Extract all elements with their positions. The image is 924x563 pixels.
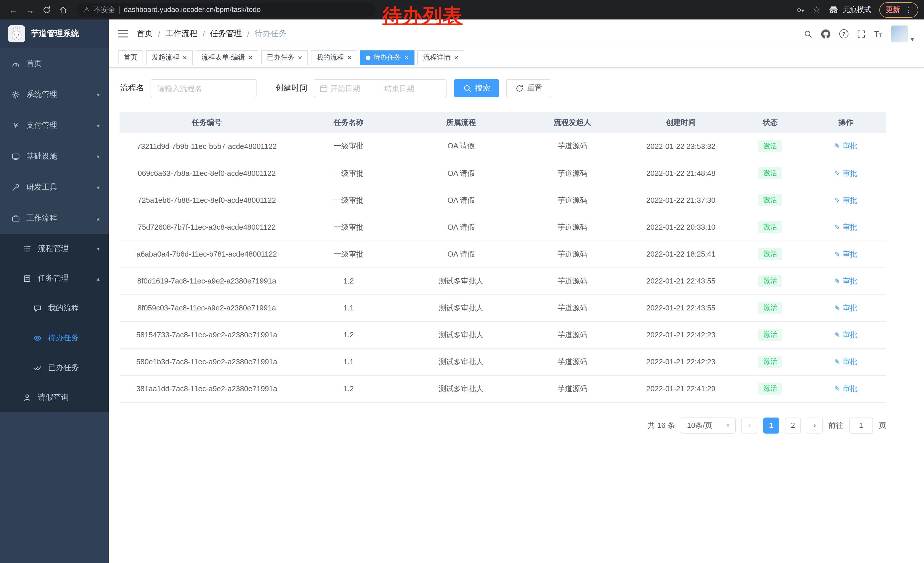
breadcrumb: 首页 / 工作流程 / 任务管理 / 待办任务: [137, 29, 286, 39]
process-starter: 芋道源码: [518, 348, 627, 375]
sidebar-item-workflow[interactable]: 工作流程 ▴: [0, 203, 109, 234]
breadcrumb-task-mgmt[interactable]: 任务管理: [210, 29, 242, 39]
sidebar-item-system-mgmt[interactable]: 系统管理 ▾: [0, 79, 109, 110]
page-button-1[interactable]: 1: [763, 417, 779, 433]
kebab-menu-icon[interactable]: ⋮: [904, 6, 912, 14]
sidebar-item-payment-mgmt[interactable]: ¥ 支付管理 ▾: [0, 110, 109, 141]
main-area: 首页 / 工作流程 / 任务管理 / 待办任务 ?: [109, 20, 924, 563]
close-icon[interactable]: ×: [405, 54, 409, 61]
sidebar-item-leave-query[interactable]: 请假查询: [0, 383, 109, 412]
date-range-picker[interactable]: -: [314, 79, 447, 98]
sidebar: 芋道管理系统 首页 系统管理 ▾ ¥ 支付管理 ▾ 基础设施 ▾: [0, 20, 109, 563]
page-button-2[interactable]: 2: [785, 417, 801, 433]
status-cell: 激活: [735, 375, 806, 402]
approve-link[interactable]: ✎审批: [834, 357, 857, 367]
sidebar-item-infrastructure[interactable]: 基础设施 ▾: [0, 141, 109, 172]
task-name: 一级审批: [293, 187, 404, 214]
browser-update-button[interactable]: 更新 ⋮: [879, 2, 918, 18]
github-icon[interactable]: [821, 29, 831, 39]
security-label: 不安全: [94, 5, 116, 15]
approve-link[interactable]: ✎审批: [834, 222, 857, 232]
process-name: OA 请假: [404, 187, 518, 214]
update-label: 更新: [886, 5, 900, 15]
sidebar-item-home[interactable]: 首页: [0, 48, 109, 79]
sidebar-item-label: 我的流程: [48, 303, 79, 313]
address-bar[interactable]: ⚠ 不安全 dashboard.yudao.iocoder.cn/bpm/tas…: [77, 3, 375, 17]
search-button[interactable]: 搜索: [454, 79, 499, 98]
process-starter: 芋道源码: [518, 267, 627, 294]
task-id: 73211d9d-7b9b-11ec-b5b7-acde48001122: [120, 133, 293, 160]
tab-form-edit[interactable]: 流程表单-编辑×: [195, 50, 258, 65]
approve-link[interactable]: ✎审批: [834, 195, 857, 205]
col-create-time: 创建时间: [627, 112, 735, 133]
bookmark-star-icon[interactable]: ☆: [813, 5, 820, 15]
approve-link[interactable]: ✎审批: [834, 303, 857, 313]
status-badge: 激活: [758, 275, 782, 287]
status-cell: 激活: [735, 187, 806, 214]
sidebar-item-label: 任务管理: [38, 273, 69, 284]
sidebar-item-todo-tasks[interactable]: 待办任务: [0, 323, 109, 353]
goto-page-input[interactable]: [849, 417, 873, 433]
sidebar-item-process-mgmt[interactable]: 流程管理 ▾: [0, 234, 109, 263]
sidebar-item-done-tasks[interactable]: 已办任务: [0, 353, 109, 383]
approve-link[interactable]: ✎审批: [834, 330, 857, 340]
prev-page-button[interactable]: ‹: [741, 417, 758, 433]
browser-back-button[interactable]: ←: [6, 2, 21, 18]
close-icon[interactable]: ×: [248, 54, 252, 61]
close-icon[interactable]: ×: [183, 54, 187, 61]
breadcrumb-separator: /: [248, 29, 250, 38]
sidebar-item-my-process[interactable]: 我的流程: [0, 293, 109, 323]
breadcrumb-home[interactable]: 首页: [137, 29, 153, 39]
sidebar-item-task-mgmt[interactable]: 任务管理 ▴: [0, 263, 109, 293]
tab-done-tasks[interactable]: 已办任务×: [261, 50, 308, 65]
process-starter: 芋道源码: [518, 240, 627, 267]
approve-link[interactable]: ✎审批: [834, 383, 857, 394]
person-icon: [23, 393, 32, 402]
browser-forward-button[interactable]: →: [22, 2, 38, 18]
actions-cell: ✎审批: [806, 294, 886, 321]
create-time: 2022-01-22 21:48:48: [627, 160, 735, 187]
start-date-input[interactable]: [330, 84, 373, 93]
user-avatar-menu[interactable]: ▼: [891, 25, 915, 42]
tab-todo-tasks[interactable]: 待办任务×: [360, 50, 414, 65]
tab-my-process[interactable]: 我的流程×: [311, 50, 357, 65]
process-name-input[interactable]: [151, 79, 257, 98]
sidebar-toggle-button[interactable]: [118, 29, 128, 38]
tab-process-detail[interactable]: 流程详情×: [417, 50, 464, 65]
task-table-body: 73211d9d-7b9b-11ec-b5b7-acde48001122一级审批…: [120, 133, 886, 402]
process-name: 测试多审批人: [404, 348, 518, 375]
next-page-button[interactable]: ›: [807, 417, 823, 433]
fullscreen-icon[interactable]: [857, 30, 866, 38]
approve-link[interactable]: ✎审批: [834, 141, 857, 152]
logo-avatar: [8, 25, 25, 42]
approve-link[interactable]: ✎审批: [834, 249, 857, 259]
tab-launch-process[interactable]: 发起流程×: [146, 50, 193, 65]
browser-home-button[interactable]: [56, 2, 71, 18]
font-size-icon[interactable]: TT: [874, 29, 882, 38]
edit-icon: ✎: [834, 196, 840, 204]
breadcrumb-workflow[interactable]: 工作流程: [165, 29, 198, 39]
workflow-submenu: 流程管理 ▾ 任务管理 ▴ 我的流程 待办任务: [0, 234, 109, 412]
process-name: 测试多审批人: [404, 321, 518, 348]
search-icon[interactable]: [804, 30, 812, 38]
approve-link[interactable]: ✎审批: [834, 276, 857, 286]
reset-button[interactable]: 重置: [506, 79, 551, 98]
active-dot: [366, 55, 371, 60]
app-logo[interactable]: 芋道管理系统: [0, 20, 109, 48]
annotation-text: 待办列表: [382, 3, 463, 29]
sidebar-item-dev-tools[interactable]: 研发工具 ▾: [0, 172, 109, 203]
close-icon[interactable]: ×: [348, 54, 352, 61]
col-process: 所属流程: [404, 112, 518, 133]
help-icon[interactable]: ?: [839, 29, 848, 38]
edit-icon: ✎: [834, 250, 840, 258]
page-size-select[interactable]: 10条/页 ▼: [681, 417, 736, 433]
browser-refresh-button[interactable]: [39, 2, 54, 18]
status-badge: 激活: [758, 248, 782, 260]
close-icon[interactable]: ×: [454, 54, 458, 61]
tab-home[interactable]: 首页: [118, 50, 143, 65]
end-date-input[interactable]: [384, 84, 427, 93]
close-icon[interactable]: ×: [298, 54, 302, 61]
yen-icon: ¥: [12, 121, 20, 130]
approve-link[interactable]: ✎审批: [834, 168, 857, 179]
password-key-icon[interactable]: [796, 6, 805, 14]
